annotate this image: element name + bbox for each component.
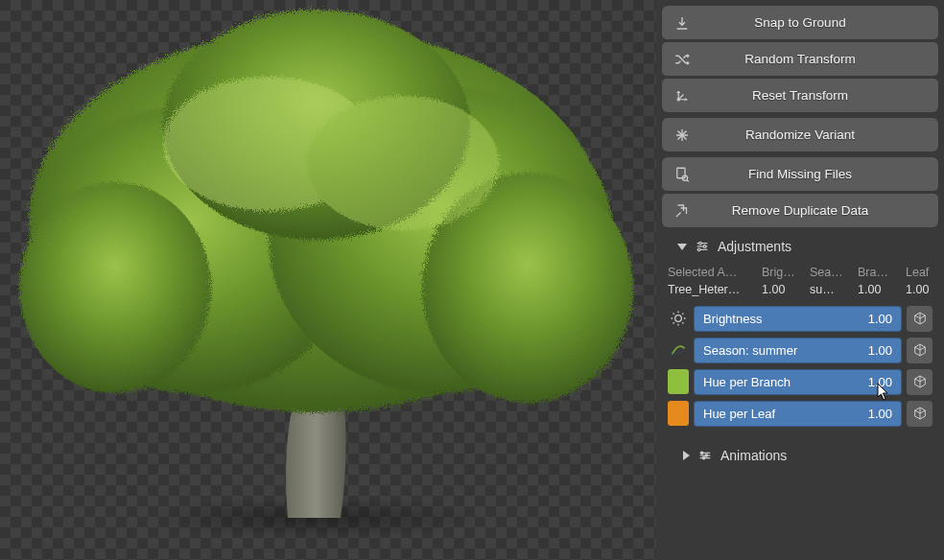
- shuffle-icon: [662, 51, 702, 68]
- animation-icon: [697, 448, 713, 463]
- asterisk-icon: [662, 127, 702, 144]
- download-icon: [662, 14, 702, 32]
- hue-leaf-row: Hue per Leaf 1.00: [668, 399, 932, 428]
- section-title: Animations: [720, 448, 787, 463]
- button-label: Randomize Variant: [702, 128, 938, 142]
- svg-point-13: [703, 245, 706, 248]
- th-brightness[interactable]: Brig…: [762, 266, 804, 279]
- svg-point-5: [19, 182, 211, 393]
- brightness-slider[interactable]: Brightness 1.00: [694, 306, 902, 332]
- slider-label: Season: summer: [703, 343, 797, 358]
- button-label: Snap to Ground: [702, 15, 938, 30]
- find-missing-files-button[interactable]: Find Missing Files: [662, 157, 938, 191]
- svg-point-12: [699, 242, 702, 245]
- axes-reset-icon: [662, 87, 702, 105]
- svg-point-15: [675, 315, 682, 322]
- th-asset[interactable]: Selected A…: [668, 266, 756, 279]
- hue-branch-slider[interactable]: Hue per Branch 1.00: [694, 369, 902, 395]
- svg-point-17: [705, 455, 707, 456]
- button-label: Find Missing Files: [702, 167, 938, 181]
- svg-point-18: [702, 456, 704, 458]
- slider-value: 1.00: [868, 343, 892, 358]
- svg-point-14: [697, 248, 700, 251]
- brightness-row: Brightness 1.00: [668, 304, 932, 333]
- transform-group: Snap to Ground Random Transform Reset Tr…: [662, 6, 938, 112]
- slider-value: 1.00: [868, 407, 892, 421]
- leaf-arc-icon: [668, 338, 689, 362]
- random-transform-button[interactable]: Random Transform: [662, 42, 938, 76]
- apply-season-button[interactable]: [907, 338, 932, 363]
- td-branch: 1.00: [858, 283, 900, 296]
- animations-header[interactable]: Animations: [662, 442, 938, 465]
- season-slider[interactable]: Season: summer 1.00: [694, 338, 902, 363]
- button-label: Reset Transform: [702, 88, 938, 103]
- adjustments-header[interactable]: Adjustments: [662, 233, 938, 256]
- th-branch[interactable]: Bra…: [858, 266, 900, 279]
- disclosure-closed-icon: [683, 451, 690, 460]
- button-label: Random Transform: [702, 52, 938, 66]
- td-asset: Tree_Heter…: [668, 283, 756, 296]
- th-season[interactable]: Sea…: [810, 266, 852, 279]
- slider-label: Hue per Branch: [703, 375, 791, 389]
- hue-branch-row: Hue per Branch 1.00: [668, 367, 932, 396]
- adjustments-table: Selected A… Brig… Sea… Bra… Leaf Tree_He…: [662, 262, 938, 436]
- data-group: Find Missing Files Remove Duplicate Data: [662, 157, 938, 227]
- dedupe-icon: [662, 202, 702, 220]
- tree-preview: [0, 0, 652, 560]
- slider-label: Brightness: [703, 312, 762, 326]
- side-panel: Snap to Ground Random Transform Reset Tr…: [656, 0, 944, 560]
- hue-leaf-swatch[interactable]: [668, 401, 689, 426]
- section-title: Adjustments: [718, 239, 791, 254]
- th-leaf[interactable]: Leaf: [906, 266, 944, 279]
- randomize-variant-button[interactable]: Randomize Variant: [662, 118, 938, 152]
- slider-value: 1.00: [868, 375, 892, 389]
- svg-point-16: [700, 452, 702, 454]
- snap-to-ground-button[interactable]: Snap to Ground: [662, 6, 938, 39]
- sun-icon: [668, 306, 689, 331]
- slider-value: 1.00: [868, 312, 892, 326]
- table-header-row: Selected A… Brig… Sea… Bra… Leaf: [668, 266, 932, 279]
- svg-point-8: [307, 96, 499, 230]
- slider-label: Hue per Leaf: [703, 407, 775, 421]
- search-file-icon: [662, 166, 702, 183]
- td-brightness: 1.00: [762, 283, 804, 296]
- table-row[interactable]: Tree_Heter… 1.00 su… 1.00 1.00: [668, 283, 932, 296]
- hue-branch-swatch[interactable]: [668, 369, 689, 394]
- td-season: su…: [810, 283, 852, 296]
- reset-transform-button[interactable]: Reset Transform: [662, 79, 938, 112]
- variant-group: Randomize Variant: [662, 118, 938, 152]
- hue-leaf-slider[interactable]: Hue per Leaf 1.00: [694, 401, 902, 427]
- viewport-3d[interactable]: [0, 0, 656, 560]
- sliders-icon: [695, 239, 710, 254]
- button-label: Remove Duplicate Data: [702, 203, 938, 218]
- remove-duplicate-button[interactable]: Remove Duplicate Data: [662, 194, 938, 227]
- season-row: Season: summer 1.00: [668, 336, 932, 364]
- td-leaf: 1.00: [906, 283, 944, 296]
- apply-hue-leaf-button[interactable]: [907, 401, 932, 427]
- apply-hue-branch-button[interactable]: [907, 369, 932, 395]
- apply-brightness-button[interactable]: [907, 306, 932, 332]
- disclosure-open-icon: [677, 244, 687, 250]
